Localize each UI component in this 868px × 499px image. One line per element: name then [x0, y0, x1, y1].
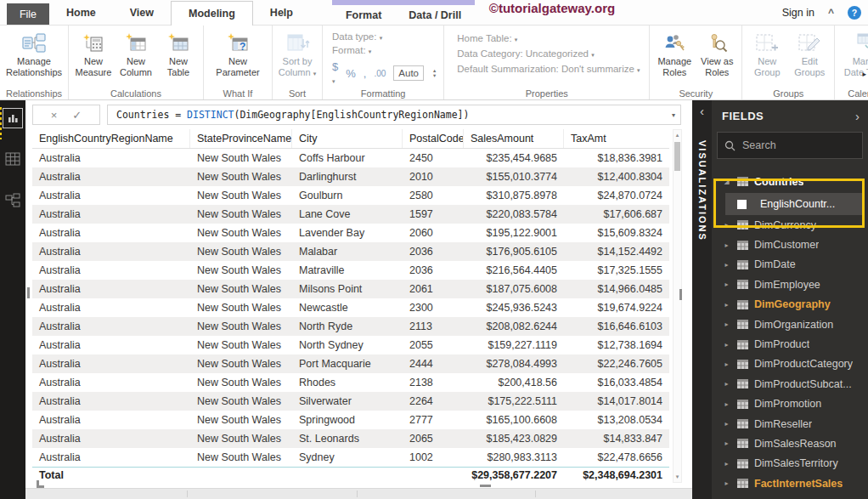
expand-visualizations-icon[interactable]: ‹	[700, 104, 704, 118]
search-input[interactable]	[742, 139, 844, 151]
new-measure-button[interactable]: New Measure	[73, 29, 114, 77]
fields-table-dimreseller[interactable]: ▸DimReseller	[712, 414, 868, 434]
table-cell: North Sydney	[292, 336, 403, 354]
fields-table-dimcustomer[interactable]: ▸DimCustomer	[712, 235, 868, 254]
group-calendars: Mark as Date Table ▾ Calendars	[835, 26, 868, 99]
model-view-button[interactable]	[3, 190, 22, 209]
fields-table-dimproductcategory[interactable]: ▸DimProductCategory	[712, 354, 868, 374]
percent-format-button[interactable]: %	[346, 67, 356, 80]
new-table-button[interactable]: New Table	[158, 29, 199, 77]
table-visual[interactable]: EnglishCountryRegionNameStateProvinceNam…	[32, 129, 669, 484]
fields-table-factinternetsales[interactable]: ▸FactInternetSales	[712, 473, 868, 493]
commit-formula-icon[interactable]: ✓	[72, 109, 82, 122]
tab-view[interactable]: View	[113, 0, 171, 25]
tab-format[interactable]: Format	[332, 5, 395, 25]
expand-table-icon[interactable]: ▸	[722, 301, 731, 309]
report-view-button[interactable]	[3, 109, 22, 128]
visualizations-panel-collapsed[interactable]: ‹ VISUALIZATIONS	[692, 100, 712, 499]
resize-handle-left[interactable]	[27, 287, 30, 298]
expand-table-icon[interactable]: ▸	[722, 360, 731, 368]
fields-panel: FIELDS › ◢CountriesEnglishCountr...▸DimC…	[712, 100, 868, 499]
scroll-up-icon[interactable]: ▴	[676, 130, 679, 140]
expand-table-icon[interactable]: ▸	[722, 420, 731, 428]
fields-table-dimgeography[interactable]: ▸DimGeography	[712, 295, 868, 315]
resize-handle-right[interactable]	[679, 289, 682, 300]
expand-table-icon[interactable]: ▸	[722, 281, 731, 288]
tab-modeling[interactable]: Modeling	[171, 1, 253, 26]
expand-table-icon[interactable]: ▸	[722, 320, 731, 328]
data-type-dropdown[interactable]: Data type: ▾	[332, 31, 436, 42]
fields-table-dimdate[interactable]: ▸DimDate	[712, 255, 868, 275]
expand-table-icon[interactable]: ▸	[722, 341, 731, 349]
table-cell: $18,836.3981	[564, 149, 669, 167]
home-table-dropdown[interactable]: Home Table: ▾	[457, 33, 640, 43]
collapse-fields-icon[interactable]: ›	[855, 109, 860, 123]
column-header[interactable]: City	[292, 129, 403, 148]
tab-data-drill[interactable]: Data / Drill	[395, 5, 475, 25]
expand-table-icon[interactable]: ▸	[722, 400, 731, 408]
fields-table-dimpromotion[interactable]: ▸DimPromotion	[712, 394, 868, 414]
manage-roles-button[interactable]: Manage Roles	[654, 29, 695, 77]
new-column-button[interactable]: New Column	[116, 29, 156, 77]
data-category-dropdown[interactable]: Data Category: Uncategorized ▾	[457, 48, 640, 59]
expand-table-icon[interactable]: ▸	[722, 439, 731, 447]
formula-input[interactable]: Countries = DISTINCT(DimGeography[Englis…	[107, 105, 681, 125]
ribbon-overflow-icon[interactable]: ▸	[862, 70, 866, 78]
fields-table-dimsalesreason[interactable]: ▸DimSalesReason	[712, 434, 868, 453]
collapse-table-icon[interactable]: ◢	[722, 178, 731, 185]
expand-table-icon[interactable]: ▸	[722, 460, 731, 468]
tab-home[interactable]: Home	[49, 0, 113, 25]
decimal-auto-input[interactable]: Auto	[393, 65, 424, 81]
file-tab[interactable]: File	[7, 3, 49, 25]
table-scrollbar[interactable]: ▴ ▾	[673, 129, 682, 483]
help-icon[interactable]: ?	[848, 6, 861, 20]
fields-table-dimemployee[interactable]: ▸DimEmployee	[712, 275, 868, 294]
search-box[interactable]	[717, 132, 863, 159]
resize-handle-bottom[interactable]	[480, 485, 491, 487]
expand-table-icon[interactable]: ▸	[722, 261, 731, 269]
table-cell: 2010	[403, 167, 464, 186]
manage-relationships-button[interactable]: Manage Relationships	[4, 29, 64, 77]
new-group-button[interactable]: New Group	[747, 29, 787, 77]
column-header[interactable]: StateProvinceName	[190, 129, 292, 148]
expand-table-icon[interactable]: ▸	[722, 241, 731, 249]
decimal-stepper[interactable]: ▴▾	[433, 68, 436, 78]
field-checkbox[interactable]	[737, 200, 747, 209]
column-header[interactable]: TaxAmt	[564, 129, 669, 148]
table-cell: $245,936.5243	[464, 298, 564, 317]
fields-table-dimcurrency[interactable]: ▸DimCurrency	[712, 215, 868, 235]
fields-table-dimsalesterritory[interactable]: ▸DimSalesTerritory	[712, 454, 868, 473]
format-dropdown[interactable]: Format: ▾	[332, 45, 436, 55]
column-header[interactable]: PostalCode	[403, 129, 464, 148]
new-parameter-button[interactable]: ? New Parameter	[208, 29, 268, 77]
fields-table-countries[interactable]: ◢Countries	[712, 170, 868, 193]
collapse-ribbon-icon[interactable]: ^	[828, 7, 834, 19]
expand-table-icon[interactable]: ▸	[722, 479, 731, 487]
sort-by-column-button[interactable]: Sort by Column ▾	[277, 29, 318, 79]
scroll-down-icon[interactable]: ▾	[676, 472, 679, 482]
table-row: AustraliaNew South WalesLane Cove1597$22…	[32, 205, 669, 224]
column-header[interactable]: EnglishCountryRegionName	[32, 129, 190, 148]
thousands-separator-button[interactable]: ,	[364, 67, 367, 80]
sign-in-button[interactable]: Sign in	[782, 7, 814, 19]
fields-table-dimorganization[interactable]: ▸DimOrganization	[712, 315, 868, 334]
table-cell: $17,325.1555	[564, 261, 669, 280]
expand-formula-bar-icon[interactable]: ▾	[672, 111, 675, 119]
resize-handle-corner[interactable]	[37, 480, 44, 488]
default-summarization-dropdown[interactable]: Default Summarization: Don't summarize ▾	[457, 64, 640, 74]
column-header[interactable]: SalesAmount	[464, 129, 564, 148]
edit-groups-button[interactable]: Edit Groups	[789, 29, 830, 77]
tab-help[interactable]: Help	[253, 0, 310, 25]
currency-format-button[interactable]: $ ▾	[332, 60, 338, 86]
field-item-englishcountr[interactable]: EnglishCountr...	[725, 193, 865, 215]
data-view-button[interactable]	[3, 150, 22, 168]
table-cell: Australia	[32, 205, 190, 224]
scrollbar-thumb[interactable]	[674, 142, 680, 171]
table-row: AustraliaNew South WalesDarlinghurst2010…	[32, 167, 669, 186]
cancel-formula-icon[interactable]: ×	[51, 109, 58, 122]
fields-table-dimproduct[interactable]: ▸DimProduct	[712, 334, 868, 354]
expand-table-icon[interactable]: ▸	[722, 380, 731, 388]
expand-table-icon[interactable]: ▸	[722, 221, 731, 229]
view-as-roles-button[interactable]: View as Roles	[696, 29, 737, 77]
fields-table-dimproductsubcat[interactable]: ▸DimProductSubcat...	[712, 374, 868, 394]
